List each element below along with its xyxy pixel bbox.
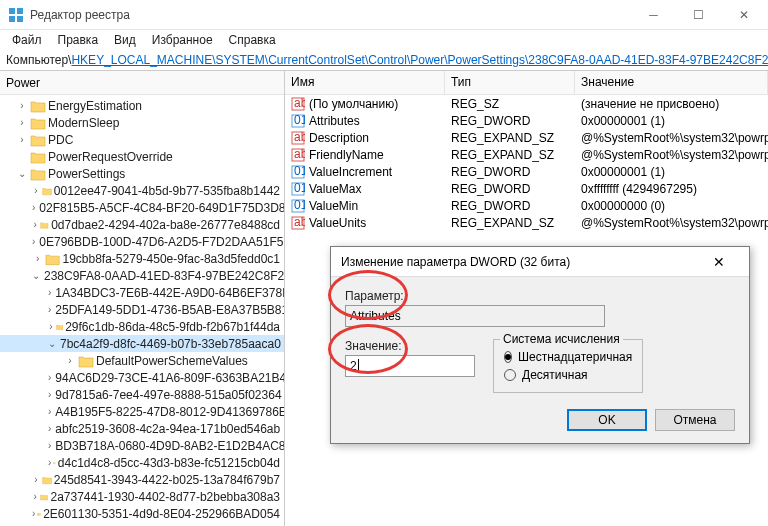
tree-node[interactable]: ⌄PowerSettings xyxy=(0,165,284,182)
tree-node[interactable]: ›abfc2519-3608-4c2a-94ea-171b0ed546ab xyxy=(0,420,284,437)
tree-node[interactable]: ›9d7815a6-7ee4-497e-8888-515a05f02364 xyxy=(0,386,284,403)
expand-icon[interactable]: › xyxy=(48,406,51,417)
ok-button[interactable]: OK xyxy=(567,409,647,431)
radio-dec[interactable]: Десятичная xyxy=(504,368,632,382)
close-button[interactable]: ✕ xyxy=(721,0,766,30)
menu-favorites[interactable]: Избранное xyxy=(144,31,221,49)
expand-icon[interactable]: › xyxy=(32,185,40,196)
value-data: 0xffffffff (4294967295) xyxy=(575,182,768,196)
expand-icon[interactable]: › xyxy=(48,440,51,451)
expand-icon[interactable]: ⌄ xyxy=(48,338,56,349)
tree-header[interactable]: Power xyxy=(0,71,284,95)
value-row[interactable]: 011ValueMinREG_DWORD0x00000000 (0) xyxy=(285,197,768,214)
tree-node[interactable]: ›29f6c1db-86da-48c5-9fdb-f2b67b1f44da xyxy=(0,318,284,335)
tree-label: 0E796BDB-100D-47D6-A2D5-F7D2DAA51F51 xyxy=(39,235,284,249)
param-field: Attributes xyxy=(345,305,605,327)
value-row[interactable]: abDescriptionREG_EXPAND_SZ@%SystemRoot%\… xyxy=(285,129,768,146)
tree-node[interactable]: ›94AC6D29-73CE-41A6-809F-6363BA21B47E xyxy=(0,369,284,386)
address-bar[interactable]: Компьютер\HKEY_LOCAL_MACHINE\SYSTEM\Curr… xyxy=(0,50,768,70)
svg-text:ab: ab xyxy=(294,131,305,144)
value-label: Значение: xyxy=(345,339,475,353)
app-icon xyxy=(8,7,24,23)
expand-icon[interactable]: › xyxy=(48,287,51,298)
tree-node[interactable]: ›245d8541-3943-4422-b025-13a784f679b7 xyxy=(0,471,284,488)
tree-label: 1A34BDC3-7E6B-442E-A9D0-64B6EF378E84 xyxy=(55,286,284,300)
dialog-close-icon[interactable]: ✕ xyxy=(699,254,739,270)
expand-icon[interactable]: › xyxy=(32,253,43,264)
expand-icon[interactable]: › xyxy=(32,202,35,213)
tree-node[interactable]: ›DefaultPowerSchemeValues xyxy=(0,352,284,369)
menu-view[interactable]: Вид xyxy=(106,31,144,49)
tree-node[interactable]: ›ModernSleep xyxy=(0,114,284,131)
expand-icon[interactable]: › xyxy=(48,389,51,400)
tree-node[interactable]: ›0E796BDB-100D-47D6-A2D5-F7D2DAA51F51 xyxy=(0,233,284,250)
caret xyxy=(358,359,359,373)
tree-node[interactable]: ›02F815B5-A5CF-4C84-BF20-649D1F75D3D8 xyxy=(0,199,284,216)
radio-hex[interactable]: Шестнадцатеричная xyxy=(504,350,632,364)
expand-icon[interactable]: ⌄ xyxy=(32,270,40,281)
value-row[interactable]: abFriendlyNameREG_EXPAND_SZ@%SystemRoot%… xyxy=(285,146,768,163)
value-field[interactable]: 2 xyxy=(345,355,475,377)
expand-icon[interactable]: ⌄ xyxy=(16,168,28,179)
maximize-button[interactable]: ☐ xyxy=(676,0,721,30)
tree-node[interactable]: ›d4c1d4c8-d5cc-43d3-b83e-fc51215cb04d xyxy=(0,454,284,471)
tree-node[interactable]: ›2a737441-1930-4402-8d77-b2bebba308a3 xyxy=(0,488,284,505)
value-row[interactable]: 011AttributesREG_DWORD0x00000001 (1) xyxy=(285,112,768,129)
tree-node[interactable]: ›48672F38-7A9A-4bb2-8BF8-3D85BE19DE4E xyxy=(0,522,284,526)
value-data: 0x00000001 (1) xyxy=(575,165,768,179)
titlebar: Редактор реестра ─ ☐ ✕ xyxy=(0,0,768,30)
address-path[interactable]: HKEY_LOCAL_MACHINE\SYSTEM\CurrentControl… xyxy=(71,53,768,67)
tree-node[interactable]: ›A4B195F5-8225-47D8-8012-9D41369786E2 xyxy=(0,403,284,420)
value-row[interactable]: ab(По умолчанию)REG_SZ(значение не присв… xyxy=(285,95,768,112)
expand-icon[interactable]: › xyxy=(48,321,54,332)
cancel-button[interactable]: Отмена xyxy=(655,409,735,431)
expand-icon[interactable]: › xyxy=(64,355,76,366)
expand-icon[interactable]: › xyxy=(16,134,28,145)
tree-node[interactable]: ›2E601130-5351-4d9d-8E04-252966BAD054 xyxy=(0,505,284,522)
tree-node[interactable]: ⌄7bc4a2f9-d8fc-4469-b07b-33eb785aaca0 xyxy=(0,335,284,352)
value-type: REG_EXPAND_SZ xyxy=(445,148,575,162)
tree-node[interactable]: ›1A34BDC3-7E6B-442E-A9D0-64B6EF378E84 xyxy=(0,284,284,301)
tree-label: 0012ee47-9041-4b5d-9b77-535fba8b1442 xyxy=(54,184,280,198)
value-row[interactable]: 011ValueIncrementREG_DWORD0x00000001 (1) xyxy=(285,163,768,180)
menu-help[interactable]: Справка xyxy=(221,31,284,49)
menu-file[interactable]: Файл xyxy=(4,31,50,49)
svg-rect-3 xyxy=(17,16,23,22)
expand-icon[interactable]: › xyxy=(48,372,51,383)
expand-icon[interactable]: › xyxy=(32,219,38,230)
minimize-button[interactable]: ─ xyxy=(631,0,676,30)
expand-icon[interactable]: › xyxy=(32,474,40,485)
expand-icon[interactable]: › xyxy=(32,491,38,502)
value-type: REG_DWORD xyxy=(445,165,575,179)
tree-label: ModernSleep xyxy=(48,116,119,130)
expand-icon[interactable]: › xyxy=(32,508,35,519)
tree-node[interactable]: ›25DFA149-5DD1-4736-B5AB-E8A37B5B8187 xyxy=(0,301,284,318)
tree-node[interactable]: ›0d7dbae2-4294-402a-ba8e-26777e8488cd xyxy=(0,216,284,233)
tree-node[interactable]: ›BD3B718A-0680-4D9D-8AB2-E1D2B4AC806D xyxy=(0,437,284,454)
expand-icon[interactable]: › xyxy=(48,457,51,468)
menu-edit[interactable]: Правка xyxy=(50,31,107,49)
tree-node[interactable]: ›EnergyEstimation xyxy=(0,97,284,114)
tree-node[interactable]: ⌄238C9FA8-0AAD-41ED-83F4-97BE242C8F20 xyxy=(0,267,284,284)
value-type: REG_EXPAND_SZ xyxy=(445,131,575,145)
value-row[interactable]: abValueUnitsREG_EXPAND_SZ@%SystemRoot%\s… xyxy=(285,214,768,231)
col-type[interactable]: Тип xyxy=(445,71,575,94)
col-value[interactable]: Значение xyxy=(575,71,768,94)
tree-node[interactable]: PowerRequestOverride xyxy=(0,148,284,165)
expand-icon[interactable]: › xyxy=(32,236,35,247)
tree-node[interactable]: ›19cbb8fa-5279-450e-9fac-8a3d5fedd0c1 xyxy=(0,250,284,267)
col-name[interactable]: Имя xyxy=(285,71,445,94)
window-title: Редактор реестра xyxy=(30,8,631,22)
tree-label: BD3B718A-0680-4D9D-8AB2-E1D2B4AC806D xyxy=(55,439,284,453)
tree-node[interactable]: ›0012ee47-9041-4b5d-9b77-535fba8b1442 xyxy=(0,182,284,199)
expand-icon[interactable]: › xyxy=(16,117,28,128)
tree[interactable]: ›EnergyEstimation›ModernSleep›PDCPowerRe… xyxy=(0,95,284,526)
expand-icon[interactable]: › xyxy=(16,100,28,111)
radix-legend: Система исчисления xyxy=(500,332,623,346)
tree-node[interactable]: ›PDC xyxy=(0,131,284,148)
value-row[interactable]: 011ValueMaxREG_DWORD0xffffffff (42949672… xyxy=(285,180,768,197)
svg-text:011: 011 xyxy=(294,165,305,178)
expand-icon[interactable]: › xyxy=(48,423,51,434)
values-list[interactable]: ab(По умолчанию)REG_SZ(значение не присв… xyxy=(285,95,768,231)
expand-icon[interactable]: › xyxy=(48,304,51,315)
